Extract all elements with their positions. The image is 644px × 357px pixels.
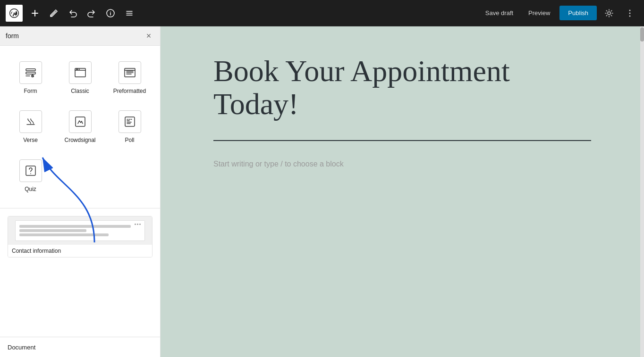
pattern-item-contact[interactable]: Contact information: [8, 216, 153, 257]
publish-button[interactable]: Publish: [559, 6, 597, 20]
toolbar-left: [6, 5, 478, 22]
editor-area[interactable]: Book Your Appointment Today! Start writi…: [161, 26, 644, 357]
pattern-preview-inner: [15, 220, 145, 241]
preview-line-2: [19, 229, 86, 232]
svg-point-4: [629, 15, 631, 17]
svg-point-9: [76, 69, 77, 70]
toolbar: Save draft Preview Publish: [0, 0, 644, 26]
separator: [213, 140, 591, 141]
preview-line-1: [19, 225, 131, 228]
wordpress-logo[interactable]: [6, 5, 23, 22]
block-item-quiz[interactable]: Quiz: [8, 153, 53, 199]
blocks-grid: Form Classic: [0, 46, 160, 208]
svg-rect-6: [26, 72, 35, 74]
main-layout: × Form: [0, 26, 644, 357]
svg-point-10: [77, 69, 78, 70]
patterns-section: Contact information: [0, 208, 160, 337]
preview-button[interactable]: Preview: [523, 7, 556, 19]
svg-rect-5: [26, 69, 35, 71]
block-item-verse[interactable]: Verse: [8, 104, 53, 149]
page-title[interactable]: Book Your Appointment Today!: [213, 55, 591, 121]
verse-block-label: Verse: [23, 137, 38, 143]
poll-block-label: Poll: [125, 137, 134, 143]
pattern-label-contact: Contact information: [8, 245, 152, 257]
scrollbar-thumb[interactable]: [640, 27, 644, 42]
sidebar: × Form: [0, 26, 161, 357]
add-block-button[interactable]: [26, 5, 43, 22]
block-item-form[interactable]: Form: [8, 55, 53, 100]
search-bar: ×: [0, 26, 160, 46]
block-item-poll[interactable]: Poll: [107, 104, 153, 149]
crowdsignal-block-label: Crowdsignal: [64, 137, 95, 143]
preformatted-block-icon: [119, 61, 141, 84]
sidebar-footer[interactable]: Document: [0, 337, 160, 357]
preview-line-3: [19, 233, 108, 236]
block-item-classic[interactable]: Classic: [57, 55, 103, 100]
svg-point-3: [629, 12, 631, 14]
quiz-block-icon: [19, 159, 42, 182]
settings-button[interactable]: [601, 5, 618, 22]
verse-block-icon: [19, 110, 42, 133]
pattern-preview-text: [19, 225, 131, 236]
document-tab[interactable]: Document: [8, 344, 35, 351]
scrollbar-track: [640, 26, 644, 357]
search-input[interactable]: [6, 32, 139, 40]
tools-button[interactable]: [45, 5, 62, 22]
save-draft-button[interactable]: Save draft: [480, 7, 519, 19]
more-options-button[interactable]: [621, 5, 638, 22]
list-view-button[interactable]: [121, 5, 138, 22]
svg-point-2: [629, 9, 631, 11]
svg-rect-14: [125, 117, 135, 126]
redo-button[interactable]: [83, 5, 100, 22]
preformatted-block-label: Preformatted: [113, 88, 146, 94]
undo-button[interactable]: [64, 5, 81, 22]
editor-placeholder[interactable]: Start writing or type / to choose a bloc…: [213, 160, 591, 168]
block-item-preformatted[interactable]: Preformatted: [107, 55, 153, 100]
classic-block-label: Classic: [71, 88, 89, 94]
poll-block-icon: [119, 110, 141, 133]
block-item-crowdsignal[interactable]: Crowdsignal: [57, 104, 103, 149]
toolbar-right: Save draft Preview Publish: [480, 5, 638, 22]
svg-point-1: [608, 12, 610, 15]
crowdsignal-block-icon: [69, 110, 92, 133]
pattern-preview-dots: [135, 223, 141, 225]
form-block-icon: [19, 61, 42, 84]
info-button[interactable]: [102, 5, 119, 22]
pattern-preview: [8, 216, 152, 245]
svg-point-11: [79, 69, 80, 70]
quiz-block-label: Quiz: [25, 186, 36, 192]
editor-content: Book Your Appointment Today! Start writi…: [176, 26, 629, 197]
classic-block-icon: [69, 61, 92, 84]
search-clear-button[interactable]: ×: [143, 30, 154, 42]
form-block-label: Form: [24, 88, 37, 94]
